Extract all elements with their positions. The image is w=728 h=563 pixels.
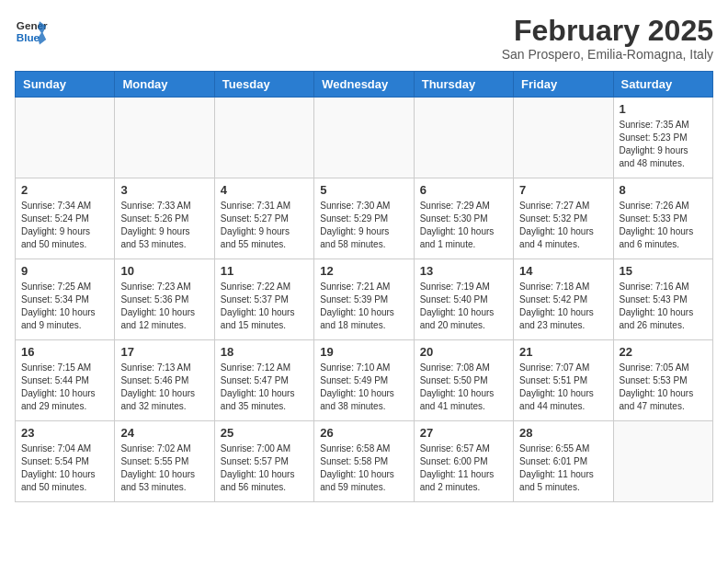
weekday-header-row: SundayMondayTuesdayWednesdayThursdayFrid… bbox=[16, 72, 713, 98]
calendar-cell bbox=[314, 98, 414, 178]
day-info: Sunrise: 7:02 AM Sunset: 5:55 PM Dayligh… bbox=[120, 442, 208, 494]
day-info: Sunrise: 7:23 AM Sunset: 5:36 PM Dayligh… bbox=[120, 281, 208, 332]
calendar-cell: 17Sunrise: 7:13 AM Sunset: 5:46 PM Dayli… bbox=[115, 340, 214, 421]
title-block: February 2025 San Prospero, Emilia-Romag… bbox=[502, 15, 713, 62]
day-number: 28 bbox=[519, 426, 607, 440]
day-number: 11 bbox=[221, 264, 308, 278]
day-info: Sunrise: 6:58 AM Sunset: 5:58 PM Dayligh… bbox=[320, 442, 407, 494]
calendar-cell: 18Sunrise: 7:12 AM Sunset: 5:47 PM Dayli… bbox=[214, 340, 313, 421]
calendar-cell: 16Sunrise: 7:15 AM Sunset: 5:44 PM Dayli… bbox=[16, 340, 115, 421]
calendar-cell: 2Sunrise: 7:34 AM Sunset: 5:24 PM Daylig… bbox=[16, 178, 115, 259]
day-info: Sunrise: 7:18 AM Sunset: 5:42 PM Dayligh… bbox=[519, 281, 607, 332]
day-info: Sunrise: 7:13 AM Sunset: 5:46 PM Dayligh… bbox=[120, 362, 208, 413]
weekday-header-saturday: Saturday bbox=[613, 72, 712, 98]
day-number: 1 bbox=[620, 102, 707, 116]
calendar-cell: 1Sunrise: 7:35 AM Sunset: 5:23 PM Daylig… bbox=[613, 98, 712, 178]
calendar-week-row: 23Sunrise: 7:04 AM Sunset: 5:54 PM Dayli… bbox=[16, 421, 713, 502]
weekday-header-monday: Monday bbox=[115, 72, 214, 98]
day-number: 14 bbox=[519, 264, 607, 278]
day-info: Sunrise: 7:31 AM Sunset: 5:27 PM Dayligh… bbox=[221, 200, 308, 251]
calendar-week-row: 16Sunrise: 7:15 AM Sunset: 5:44 PM Dayli… bbox=[16, 340, 713, 421]
day-number: 17 bbox=[120, 345, 208, 359]
weekday-header-sunday: Sunday bbox=[16, 72, 115, 98]
weekday-header-thursday: Thursday bbox=[414, 72, 513, 98]
calendar-week-row: 9Sunrise: 7:25 AM Sunset: 5:34 PM Daylig… bbox=[16, 259, 713, 340]
day-info: Sunrise: 7:04 AM Sunset: 5:54 PM Dayligh… bbox=[21, 442, 108, 494]
day-number: 2 bbox=[21, 183, 108, 197]
day-number: 18 bbox=[221, 345, 308, 359]
calendar-week-row: 2Sunrise: 7:34 AM Sunset: 5:24 PM Daylig… bbox=[16, 178, 713, 259]
day-number: 21 bbox=[519, 345, 607, 359]
calendar-cell: 5Sunrise: 7:30 AM Sunset: 5:29 PM Daylig… bbox=[314, 178, 414, 259]
day-info: Sunrise: 7:35 AM Sunset: 5:23 PM Dayligh… bbox=[620, 119, 707, 170]
day-number: 15 bbox=[620, 264, 707, 278]
day-number: 3 bbox=[120, 183, 208, 197]
calendar-cell: 14Sunrise: 7:18 AM Sunset: 5:42 PM Dayli… bbox=[514, 259, 613, 340]
day-number: 8 bbox=[620, 183, 707, 197]
calendar-cell bbox=[414, 98, 513, 178]
page-header: General Blue February 2025 San Prospero,… bbox=[15, 15, 713, 62]
calendar-cell: 3Sunrise: 7:33 AM Sunset: 5:26 PM Daylig… bbox=[115, 178, 214, 259]
calendar-cell: 6Sunrise: 7:29 AM Sunset: 5:30 PM Daylig… bbox=[414, 178, 513, 259]
logo: General Blue bbox=[15, 15, 48, 48]
calendar-cell bbox=[613, 421, 712, 502]
svg-text:Blue: Blue bbox=[17, 31, 40, 43]
day-info: Sunrise: 7:15 AM Sunset: 5:44 PM Dayligh… bbox=[21, 362, 108, 413]
day-number: 12 bbox=[320, 264, 407, 278]
day-info: Sunrise: 7:12 AM Sunset: 5:47 PM Dayligh… bbox=[221, 362, 308, 413]
day-info: Sunrise: 7:30 AM Sunset: 5:29 PM Dayligh… bbox=[320, 200, 407, 251]
day-info: Sunrise: 7:10 AM Sunset: 5:49 PM Dayligh… bbox=[320, 362, 407, 413]
location: San Prospero, Emilia-Romagna, Italy bbox=[502, 47, 713, 62]
calendar-cell: 20Sunrise: 7:08 AM Sunset: 5:50 PM Dayli… bbox=[414, 340, 513, 421]
day-info: Sunrise: 7:07 AM Sunset: 5:51 PM Dayligh… bbox=[519, 362, 607, 413]
day-info: Sunrise: 7:21 AM Sunset: 5:39 PM Dayligh… bbox=[320, 281, 407, 332]
calendar-cell: 9Sunrise: 7:25 AM Sunset: 5:34 PM Daylig… bbox=[16, 259, 115, 340]
weekday-header-friday: Friday bbox=[514, 72, 613, 98]
calendar-cell: 19Sunrise: 7:10 AM Sunset: 5:49 PM Dayli… bbox=[314, 340, 414, 421]
day-info: Sunrise: 6:55 AM Sunset: 6:01 PM Dayligh… bbox=[519, 442, 607, 494]
day-number: 16 bbox=[21, 345, 108, 359]
month-title: February 2025 bbox=[502, 15, 713, 47]
calendar-cell: 28Sunrise: 6:55 AM Sunset: 6:01 PM Dayli… bbox=[514, 421, 613, 502]
day-info: Sunrise: 7:33 AM Sunset: 5:26 PM Dayligh… bbox=[120, 200, 208, 251]
day-number: 13 bbox=[420, 264, 507, 278]
calendar-cell: 10Sunrise: 7:23 AM Sunset: 5:36 PM Dayli… bbox=[115, 259, 214, 340]
day-number: 9 bbox=[21, 264, 108, 278]
day-number: 10 bbox=[120, 264, 208, 278]
day-number: 23 bbox=[21, 426, 108, 440]
calendar-cell: 26Sunrise: 6:58 AM Sunset: 5:58 PM Dayli… bbox=[314, 421, 414, 502]
day-info: Sunrise: 7:26 AM Sunset: 5:33 PM Dayligh… bbox=[620, 200, 707, 251]
day-info: Sunrise: 7:27 AM Sunset: 5:32 PM Dayligh… bbox=[519, 200, 607, 251]
day-info: Sunrise: 7:25 AM Sunset: 5:34 PM Dayligh… bbox=[21, 281, 108, 332]
logo-icon: General Blue bbox=[15, 15, 48, 48]
calendar-cell bbox=[514, 98, 613, 178]
day-number: 27 bbox=[420, 426, 507, 440]
calendar-cell: 27Sunrise: 6:57 AM Sunset: 6:00 PM Dayli… bbox=[414, 421, 513, 502]
calendar-table: SundayMondayTuesdayWednesdayThursdayFrid… bbox=[15, 71, 713, 502]
day-info: Sunrise: 7:05 AM Sunset: 5:53 PM Dayligh… bbox=[620, 362, 707, 413]
calendar-cell: 11Sunrise: 7:22 AM Sunset: 5:37 PM Dayli… bbox=[214, 259, 313, 340]
day-number: 22 bbox=[620, 345, 707, 359]
day-number: 24 bbox=[120, 426, 208, 440]
day-info: Sunrise: 7:08 AM Sunset: 5:50 PM Dayligh… bbox=[420, 362, 507, 413]
calendar-cell: 7Sunrise: 7:27 AM Sunset: 5:32 PM Daylig… bbox=[514, 178, 613, 259]
weekday-header-tuesday: Tuesday bbox=[214, 72, 313, 98]
calendar-cell: 24Sunrise: 7:02 AM Sunset: 5:55 PM Dayli… bbox=[115, 421, 214, 502]
day-number: 20 bbox=[420, 345, 507, 359]
calendar-week-row: 1Sunrise: 7:35 AM Sunset: 5:23 PM Daylig… bbox=[16, 98, 713, 178]
day-number: 4 bbox=[221, 183, 308, 197]
day-info: Sunrise: 7:29 AM Sunset: 5:30 PM Dayligh… bbox=[420, 200, 507, 251]
calendar-cell bbox=[16, 98, 115, 178]
calendar-cell: 15Sunrise: 7:16 AM Sunset: 5:43 PM Dayli… bbox=[613, 259, 712, 340]
day-number: 25 bbox=[221, 426, 308, 440]
day-info: Sunrise: 6:57 AM Sunset: 6:00 PM Dayligh… bbox=[420, 442, 507, 494]
calendar-cell: 21Sunrise: 7:07 AM Sunset: 5:51 PM Dayli… bbox=[514, 340, 613, 421]
calendar-cell: 13Sunrise: 7:19 AM Sunset: 5:40 PM Dayli… bbox=[414, 259, 513, 340]
day-number: 7 bbox=[519, 183, 607, 197]
day-number: 6 bbox=[420, 183, 507, 197]
day-info: Sunrise: 7:00 AM Sunset: 5:57 PM Dayligh… bbox=[221, 442, 308, 494]
calendar-cell bbox=[214, 98, 313, 178]
calendar-cell: 12Sunrise: 7:21 AM Sunset: 5:39 PM Dayli… bbox=[314, 259, 414, 340]
day-info: Sunrise: 7:34 AM Sunset: 5:24 PM Dayligh… bbox=[21, 200, 108, 251]
calendar-cell: 8Sunrise: 7:26 AM Sunset: 5:33 PM Daylig… bbox=[613, 178, 712, 259]
